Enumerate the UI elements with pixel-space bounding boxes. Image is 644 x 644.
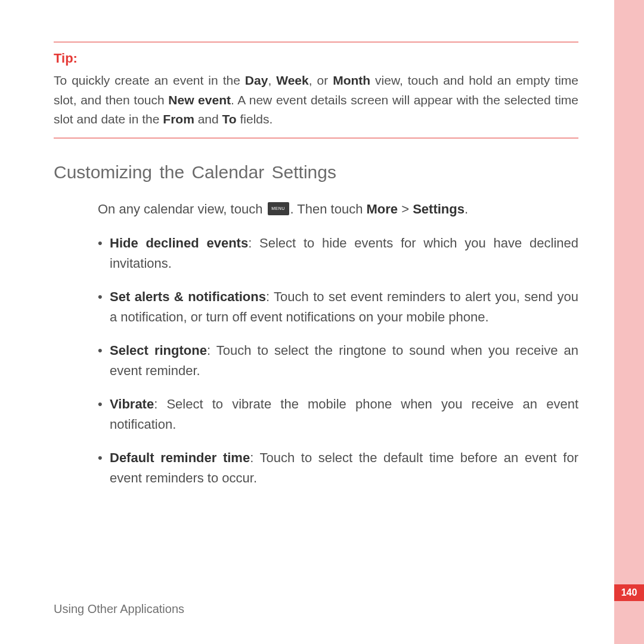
tip-text: , xyxy=(268,73,276,87)
tip-text: , or xyxy=(309,73,333,87)
list-item: Vibrate: Select to vibrate the mobile ph… xyxy=(98,394,578,435)
chapter-sidebar: 140 xyxy=(614,0,644,644)
tip-text: To quickly create an event in the xyxy=(54,73,245,87)
tip-bold-month: Month xyxy=(333,73,370,87)
intro-text: . xyxy=(465,202,468,216)
tip-bold-week: Week xyxy=(276,73,308,87)
setting-label: Default reminder time xyxy=(110,450,250,465)
setting-label: Select ringtone xyxy=(110,343,207,358)
section-heading: Customizing the Calendar Settings xyxy=(54,162,578,182)
tip-bold-day: Day xyxy=(245,73,268,87)
settings-list: Hide declined events: Select to hide eve… xyxy=(98,233,578,489)
setting-desc: : Select to vibrate the mobile phone whe… xyxy=(110,397,578,432)
tip-box: Tip: To quickly create an event in the D… xyxy=(54,42,578,138)
tip-bold-newevent: New event xyxy=(168,93,231,107)
setting-label: Set alerts & notifications xyxy=(110,289,266,304)
tip-body: To quickly create an event in the Day, W… xyxy=(54,71,578,129)
setting-label: Vibrate xyxy=(110,397,154,411)
list-item: Select ringtone: Touch to select the rin… xyxy=(98,340,578,381)
menu-icon xyxy=(268,202,289,215)
tip-label: Tip: xyxy=(54,51,578,66)
page-number-badge: 140 xyxy=(614,584,644,601)
list-item: Default reminder time: Touch to select t… xyxy=(98,448,578,488)
list-item: Hide declined events: Select to hide eve… xyxy=(98,233,578,274)
intro-text: On any calendar view, touch xyxy=(98,202,267,216)
tip-bold-to: To xyxy=(222,112,237,126)
intro-text: . Then touch xyxy=(290,202,367,216)
intro-line: On any calendar view, touch . Then touch… xyxy=(98,199,578,219)
intro-bold-settings: Settings xyxy=(413,202,465,216)
setting-label: Hide declined events xyxy=(110,236,248,250)
footer-text: Using Other Applications xyxy=(54,602,184,616)
tip-text: fields. xyxy=(237,112,273,126)
tip-text: and xyxy=(194,112,222,126)
page-content: Tip: To quickly create an event in the D… xyxy=(54,42,578,502)
tip-bold-from: From xyxy=(163,112,194,126)
intro-bold-more: More xyxy=(367,202,398,216)
list-item: Set alerts & notifications: Touch to set… xyxy=(98,287,578,327)
intro-text: > xyxy=(398,202,413,216)
